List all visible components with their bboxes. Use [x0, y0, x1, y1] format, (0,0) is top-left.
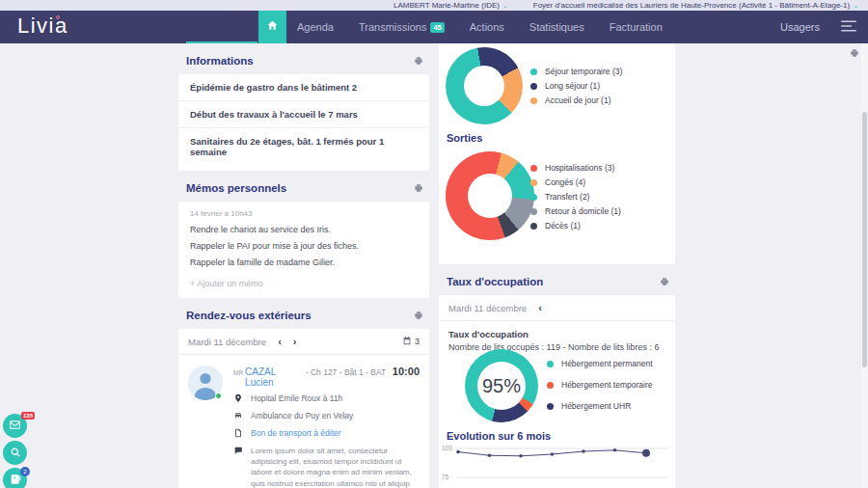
information-item[interactable]: Épidémie de gastro dans le bâtiment 2: [178, 74, 429, 101]
nav-item-actions[interactable]: Actions: [470, 21, 504, 33]
appointment-location: Hopital Emile Roux à 11h: [251, 393, 342, 403]
user-menu[interactable]: LAMBERT Marie-Martine (IDE) ⌄: [393, 1, 508, 10]
y-axis-tick: 75: [442, 474, 449, 480]
appointment-detail-row: Ambulance du Puy en Velay: [233, 411, 420, 422]
occupation-date: Mardi 11 décembre: [448, 303, 527, 313]
print-icon[interactable]: [660, 273, 669, 290]
legend-item[interactable]: Séjour temporaire (3): [530, 67, 622, 76]
rdv-title: Rendez-vous extérieurs: [186, 310, 312, 321]
occupation-datebar: Mardi 11 décembre ‹: [439, 295, 675, 320]
next-day-button[interactable]: ›: [293, 336, 297, 347]
legend-item[interactable]: Hébergement permanent: [547, 359, 653, 368]
legend-item[interactable]: Décès (1): [530, 221, 621, 230]
location-pin-icon: [233, 393, 243, 405]
data-point[interactable]: [613, 448, 617, 452]
legend-label: Long séjour (1): [545, 81, 600, 91]
resident-name-link[interactable]: CAZAL Lucien: [245, 366, 303, 388]
nav-item-label: Statistiques: [529, 21, 584, 33]
page-print-icon[interactable]: [850, 44, 859, 62]
contacts-count-badge: 2: [20, 467, 30, 476]
legend-label: Accueil de jour (1): [545, 95, 611, 105]
rdv-count[interactable]: 3: [402, 336, 420, 347]
data-point[interactable]: [582, 449, 585, 453]
memo-item[interactable]: Rendre le chariot au service des Iris.: [190, 225, 418, 234]
contacts-button[interactable]: 2: [3, 468, 27, 488]
room-info: - Ch 127 - Bât 1 - BAT 1: [306, 367, 387, 377]
memos-card: 14 février à 10h43 Rendre le chariot au …: [178, 202, 429, 298]
legend-dot: [547, 361, 554, 367]
memo-item[interactable]: Rappeler la famille de madame Gilier.: [190, 258, 418, 267]
print-icon[interactable]: [414, 52, 423, 69]
search-button[interactable]: [3, 441, 27, 465]
memos-header: Mémos personnels: [178, 171, 429, 202]
information-item[interactable]: Début des travaux à l'accueil le 7 mars: [178, 101, 429, 128]
appointment-row[interactable]: MrCAZAL Lucien- Ch 127 - Bât 1 - BAT 110…: [178, 355, 429, 488]
top-context-bar: LAMBERT Marie-Martine (IDE) ⌄ Foyer d'ac…: [0, 0, 868, 11]
nav-usagers-button[interactable]: Usagers: [780, 21, 820, 33]
logo-ring-decoration: [56, 15, 60, 19]
informations-card: Épidémie de gastro dans le bâtiment 2Déb…: [178, 74, 429, 171]
document-icon: [233, 428, 243, 440]
legend-dot: [547, 382, 554, 389]
legend-item[interactable]: Transfert (2): [530, 192, 621, 202]
evolution-line-chart[interactable]: 10075: [441, 441, 672, 488]
legend-item[interactable]: Congés (4): [530, 177, 621, 187]
data-point[interactable]: [456, 450, 460, 454]
legend-dot: [530, 208, 537, 215]
data-point[interactable]: [519, 454, 523, 458]
print-icon[interactable]: [414, 179, 423, 197]
data-point[interactable]: [488, 453, 492, 457]
search-icon: [10, 445, 21, 462]
occupation-header: Taux d'occupation: [439, 264, 675, 295]
app-logo[interactable]: Livia: [17, 14, 68, 39]
nav-item-agenda[interactable]: Agenda: [297, 21, 334, 33]
nav-item-statistiques[interactable]: Statistiques: [529, 21, 584, 33]
nav-right: Usagers: [780, 11, 856, 43]
data-point[interactable]: [642, 449, 650, 457]
contact-card-icon: [10, 472, 21, 488]
appointment-transport: Ambulance du Puy en Velay: [251, 411, 353, 420]
entrees-donut-chart[interactable]: [446, 47, 523, 124]
legend-item[interactable]: Long séjour (1): [530, 81, 622, 91]
memos-title: Mémos personnels: [186, 182, 286, 194]
entrees-legend: Séjour temporaire (3)Long séjour (1)Accu…: [530, 67, 622, 105]
prev-day-button[interactable]: ‹: [538, 302, 542, 313]
memo-item[interactable]: Rappeler le PAI pour mise à jour des fic…: [190, 241, 418, 251]
floating-actions: 135 2: [3, 414, 27, 488]
nav-item-transmissions[interactable]: Transmissions45: [359, 21, 445, 33]
mail-icon: [9, 418, 21, 435]
messages-button[interactable]: 135: [3, 414, 27, 438]
legend-dot: [530, 83, 537, 90]
occupation-card: Mardi 11 décembre ‹ Taux d'occupation No…: [439, 295, 675, 488]
transport-voucher-link[interactable]: Bon de transport à éditer: [251, 428, 341, 438]
legend-item[interactable]: Hébergement UHR: [547, 401, 653, 411]
legend-item[interactable]: Retour à domicile (1): [530, 206, 621, 216]
menu-icon[interactable]: [841, 18, 856, 36]
legend-label: Transfert (2): [545, 192, 589, 202]
legend-item[interactable]: Accueil de jour (1): [530, 95, 622, 105]
nav-item-label: Actions: [470, 21, 504, 33]
information-item[interactable]: Sanitaires du 2e étages, bât. 1 fermés p…: [178, 128, 429, 165]
occupation-title: Taux d'occupation: [447, 276, 543, 287]
rdv-header: Rendez-vous extérieurs: [178, 298, 429, 329]
nav-home-button[interactable]: [258, 11, 286, 43]
print-icon[interactable]: [414, 307, 423, 324]
facility-menu[interactable]: Foyer d'accueil médicalisé des Lauriers …: [533, 1, 858, 10]
add-memo-button[interactable]: + Ajouter un mémo: [190, 279, 418, 288]
main-navbar: Livia AgendaTransmissions45ActionsStatis…: [0, 11, 868, 43]
nav-item-facturation[interactable]: Facturation: [610, 21, 663, 33]
sorties-donut-chart[interactable]: [446, 151, 534, 240]
nav-item-label: Transmissions: [359, 21, 427, 33]
legend-label: Hébergement UHR: [561, 401, 631, 411]
scrollbar-thumb[interactable]: [862, 112, 867, 367]
prev-day-button[interactable]: ‹: [278, 336, 282, 347]
nav-menu: AgendaTransmissions45ActionsStatistiques…: [297, 11, 688, 43]
right-column: Séjour temporaire (3)Long séjour (1)Accu…: [439, 43, 675, 488]
legend-item[interactable]: Hospitalisations (3): [530, 163, 621, 173]
legend-item[interactable]: Hébergement temporaire: [547, 380, 653, 390]
y-axis-tick: 100: [442, 445, 452, 451]
legend-label: Hospitalisations (3): [545, 163, 614, 173]
page-scrollbar: [861, 43, 868, 488]
data-point[interactable]: [551, 452, 555, 456]
sorties-legend: Hospitalisations (3)Congés (4)Transfert …: [530, 163, 621, 230]
